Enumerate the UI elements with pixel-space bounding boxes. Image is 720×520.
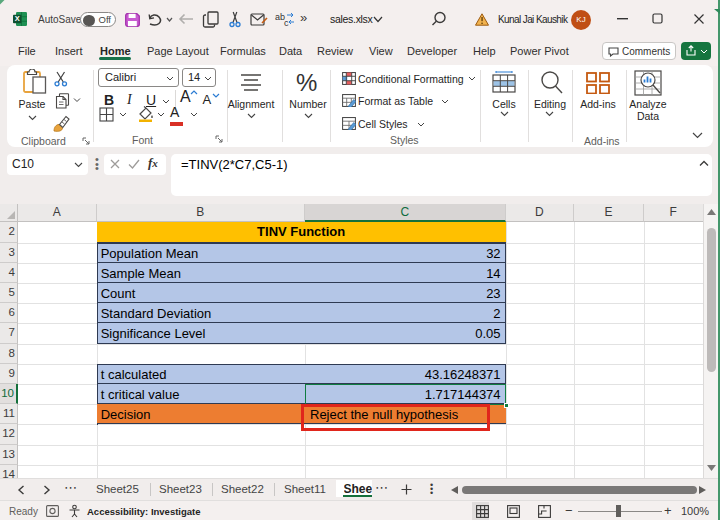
svg-text:c: c bbox=[284, 18, 289, 28]
svg-text:X: X bbox=[15, 14, 20, 23]
